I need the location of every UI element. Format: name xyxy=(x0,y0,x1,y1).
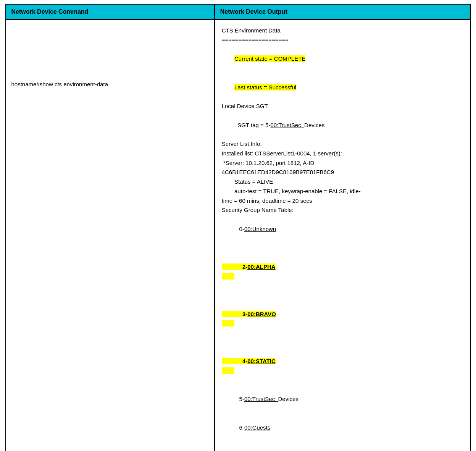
sgt6-underline: 00:Guests xyxy=(244,424,270,431)
sgt2-full: 2-00:ALPHA xyxy=(222,263,276,280)
sgt-tag-underline: 00:TrustSec_ xyxy=(270,122,304,128)
sgt4-full: 4-00:STATIC xyxy=(222,358,276,374)
col1-header-label: Network Device Command xyxy=(11,8,89,15)
sgt3-underline: 00:BRAVO xyxy=(247,311,276,317)
output-line21: 11-00:Production_Servers xyxy=(222,442,463,451)
main-table: Network Device Command Network Device Ou… xyxy=(5,4,471,451)
col2-header: Network Device Output xyxy=(215,5,470,19)
output-line4: Last status = Successful xyxy=(222,73,463,102)
output-line1: CTS Environment Data xyxy=(222,26,463,36)
sgt2-prefix: 2- xyxy=(237,263,247,270)
output-line10: 4C6B1EEC61ED42D9C8109B97E81FB6C9 xyxy=(222,168,463,177)
output-line9: *Server: 10.1.20.62, port 1812, A-ID xyxy=(222,158,463,168)
table-header: Network Device Command Network Device Ou… xyxy=(6,5,470,20)
sgt4-prefix: 4- xyxy=(237,358,247,364)
sgt6-prefix: 6- xyxy=(234,424,244,431)
last-status-text: Last status = Successful xyxy=(234,84,296,91)
sgt5-end: Devices xyxy=(278,396,299,402)
output-line7: Server List Info: xyxy=(222,139,463,149)
command-text: hostname#show cts environment-data xyxy=(11,81,108,87)
output-line19: 5-00:TrustSec_Devices xyxy=(222,385,463,414)
output-line15: 0-00:Unknown xyxy=(222,215,463,243)
output-column: CTS Environment Data ===================… xyxy=(215,20,470,451)
output-line12: auto-test = TRUE, keywrap-enable = FALSE… xyxy=(222,187,463,196)
output-line8: Installed list: CTSServerList1-0004, 1 s… xyxy=(222,149,463,158)
sgt0-prefix: 0- xyxy=(234,226,244,232)
output-line6: SGT tag = 5-00:TrustSec_Devices xyxy=(222,111,463,139)
sgt-tag-prefix: SGT tag = 5- xyxy=(234,122,270,128)
sgt3-prefix: 3- xyxy=(237,311,247,317)
output-line18: 4-00:STATIC xyxy=(222,338,463,385)
output-line16: 2-00:ALPHA xyxy=(222,243,463,291)
col1-header: Network Device Command xyxy=(6,5,215,19)
sgt-tag-end: Devices xyxy=(304,122,324,128)
sgt3-full: 3-00:BRAVO xyxy=(222,311,276,327)
command-column: hostname#show cts environment-data xyxy=(6,20,215,451)
sgt2-underline: 00:ALPHA xyxy=(247,263,275,270)
col2-header-label: Network Device Output xyxy=(220,8,287,15)
sgt5-prefix: 5- xyxy=(234,396,244,402)
sgt0-underline: 00:Unknown xyxy=(244,226,276,232)
output-line17: 3-00:BRAVO xyxy=(222,291,463,338)
output-line5: Local Device SGT: xyxy=(222,102,463,111)
sgt5-underline: 00:TrustSec_ xyxy=(244,396,278,402)
output-line13: time = 60 mins, deadtime = 20 secs xyxy=(222,196,463,206)
output-line11: Status = ALIVE xyxy=(222,177,463,187)
current-state-text: Current state = COMPLETE xyxy=(234,55,305,62)
output-line20: 6-00:Guests xyxy=(222,414,463,442)
table-body: hostname#show cts environment-data CTS E… xyxy=(6,20,470,451)
output-line2: ==================== xyxy=(222,36,463,45)
auto-test-text: auto-test = TRUE, keywrap-enable = FALSE… xyxy=(222,188,361,194)
sgt4-underline: 00:STATIC xyxy=(247,358,276,364)
output-line14: Security Group Name Table: xyxy=(222,205,463,215)
output-line3: Current state = COMPLETE xyxy=(222,45,463,73)
